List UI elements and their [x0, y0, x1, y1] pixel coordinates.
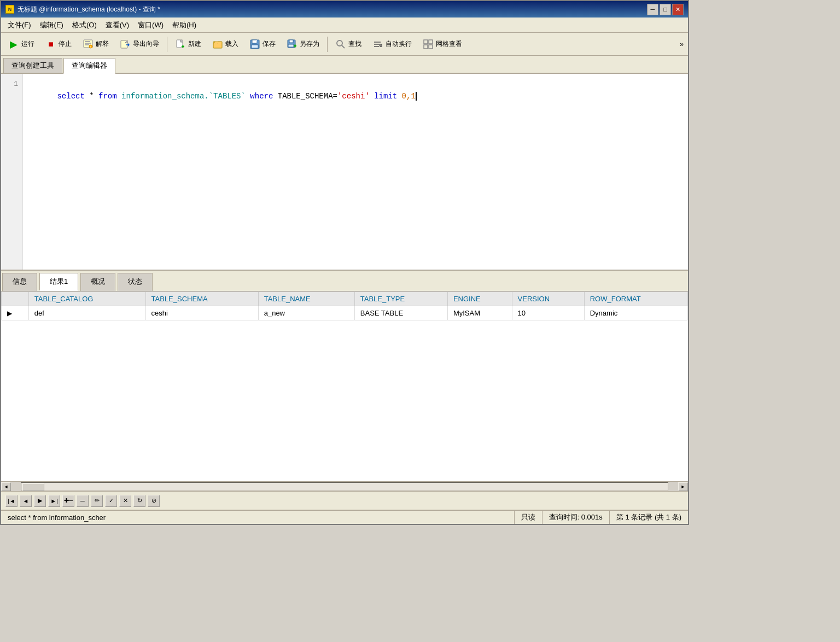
find-icon	[335, 39, 346, 50]
status-query-time: 查询时间: 0.001s	[542, 511, 610, 524]
nav-refresh-button[interactable]: ↻	[133, 495, 145, 507]
text-cursor	[416, 92, 417, 101]
autowrap-label: 自动换行	[386, 39, 412, 49]
titlebar-left: N 无标题 @information_schema (localhost) - …	[5, 5, 160, 14]
col-header-table-schema[interactable]: TABLE_SCHEMA	[145, 292, 258, 306]
tab-overview[interactable]: 概况	[80, 273, 115, 291]
window-title: 无标题 @information_schema (localhost) - 查询…	[18, 5, 160, 14]
scroll-right-arrow[interactable]: ►	[678, 482, 688, 491]
save-button[interactable]: 保存	[244, 36, 281, 53]
col-header-version[interactable]: VERSION	[512, 292, 584, 306]
svg-rect-22	[288, 44, 294, 47]
explain-icon: !	[83, 39, 94, 50]
toolbar: ▶ 运行 ■ 停止 ! 解释 导出向导 新建	[1, 33, 688, 56]
col-header-table-type[interactable]: TABLE_TYPE	[354, 292, 447, 306]
toolbar-more[interactable]: »	[678, 39, 686, 49]
svg-rect-2	[85, 43, 91, 44]
scroll-left-arrow[interactable]: ◄	[1, 482, 11, 491]
sql-select-keyword: select	[57, 92, 84, 101]
menu-edit[interactable]: 编辑(E)	[36, 19, 68, 32]
cell-version: 10	[512, 306, 584, 320]
load-button[interactable]: 载入	[207, 36, 243, 53]
nav-check-button[interactable]: ✓	[105, 495, 117, 507]
main-window: N 无标题 @information_schema (localhost) - …	[0, 0, 689, 525]
editor-area: 1 select * from information_schema.`TABL…	[1, 74, 688, 271]
run-label: 运行	[21, 39, 34, 49]
nav-cancel-button[interactable]: ✕	[119, 495, 131, 507]
stop-button[interactable]: ■ 停止	[40, 36, 77, 53]
cell-row-format: Dynamic	[584, 306, 687, 320]
result-table: TABLE_CATALOG TABLE_SCHEMA TABLE_NAME TA…	[1, 291, 688, 320]
sql-space	[117, 92, 121, 101]
save-label: 保存	[262, 39, 276, 49]
export-wizard-button[interactable]: 导出向导	[115, 36, 164, 53]
autowrap-button[interactable]: 自动换行	[368, 36, 417, 53]
stop-icon: ■	[45, 39, 56, 50]
explain-button[interactable]: ! 解释	[78, 36, 114, 53]
data-table-wrapper: TABLE_CATALOG TABLE_SCHEMA TABLE_NAME TA…	[1, 291, 688, 481]
menu-window[interactable]: 窗口(W)	[133, 19, 168, 32]
close-button[interactable]: ✕	[672, 4, 684, 15]
nav-play-button[interactable]: ▶	[34, 495, 46, 507]
tab-query-builder[interactable]: 查询创建工具	[3, 58, 62, 73]
app-icon: N	[5, 5, 14, 14]
cell-table-type: BASE TABLE	[354, 306, 447, 320]
statusbar: select * from information_scher 只读 查询时间:…	[1, 510, 688, 524]
nav-prev-button[interactable]: ◄	[20, 495, 32, 507]
scrollbar-thumb[interactable]	[22, 483, 44, 491]
col-header-engine[interactable]: ENGINE	[447, 292, 512, 306]
menubar: 文件(F) 编辑(E) 格式(O) 查看(V) 窗口(W) 帮助(H)	[1, 17, 688, 33]
sql-space4	[370, 92, 374, 101]
result-tabs: 信息 结果1 概况 状态	[1, 271, 688, 291]
stop-label: 停止	[59, 39, 72, 49]
cell-table-name: a_new	[258, 306, 354, 320]
cell-table-schema: ceshi	[145, 306, 258, 320]
svg-rect-19	[252, 45, 258, 48]
svg-rect-3	[85, 44, 89, 45]
menu-file[interactable]: 文件(F)	[3, 19, 36, 32]
tab-status[interactable]: 状态	[118, 273, 153, 291]
new-button[interactable]: 新建	[170, 36, 206, 53]
svg-marker-9	[128, 43, 130, 46]
export-wizard-label: 导出向导	[133, 39, 159, 49]
scrollbar-track[interactable]	[21, 482, 668, 491]
gridview-button[interactable]: 网格查看	[418, 36, 467, 53]
saveas-label: 另存为	[300, 39, 319, 49]
sql-editor[interactable]: select * from information_schema.`TABLES…	[23, 74, 688, 270]
sql-from-keyword: from	[98, 92, 117, 101]
menu-view[interactable]: 查看(V)	[101, 19, 133, 32]
tab-info[interactable]: 信息	[2, 273, 37, 291]
minimize-button[interactable]: ─	[647, 4, 658, 15]
menu-help[interactable]: 帮助(H)	[168, 19, 201, 32]
table-row[interactable]: ▶ def ceshi a_new BASE TABLE MyISAM 10 D…	[2, 306, 688, 320]
nav-add-button[interactable]: ✚─	[62, 495, 74, 507]
export-icon	[120, 39, 131, 50]
status-query-text: select * from information_scher	[1, 511, 515, 524]
window-controls: ─ □ ✕	[647, 4, 684, 15]
sql-string-val: 'ceshi'	[337, 92, 370, 101]
cell-table-catalog: def	[28, 306, 145, 320]
col-header-table-catalog[interactable]: TABLE_CATALOG	[28, 292, 145, 306]
col-header-row-format[interactable]: ROW_FORMAT	[584, 292, 687, 306]
col-header-table-name[interactable]: TABLE_NAME	[258, 292, 354, 306]
explain-label: 解释	[96, 39, 109, 49]
query-tabs: 查询创建工具 查询编辑器	[1, 56, 688, 74]
run-button[interactable]: ▶ 运行	[3, 36, 39, 53]
nav-delete-button[interactable]: ─	[77, 495, 89, 507]
svg-text:!: !	[90, 45, 91, 49]
tab-result1[interactable]: 结果1	[39, 273, 78, 291]
tab-query-editor[interactable]: 查询编辑器	[63, 58, 115, 74]
line-number-1: 1	[1, 78, 22, 90]
nav-first-button[interactable]: |◄	[5, 495, 18, 507]
menu-format[interactable]: 格式(O)	[68, 19, 101, 32]
separator-2	[327, 37, 328, 52]
sql-condition: TABLE_SCHEMA=	[278, 92, 337, 101]
horizontal-scrollbar: ◄ ►	[1, 481, 688, 491]
maximize-button[interactable]: □	[660, 4, 671, 15]
nav-last-button[interactable]: ►|	[48, 495, 60, 507]
new-label: 新建	[188, 39, 201, 49]
nav-edit-button[interactable]: ✏	[91, 495, 103, 507]
nav-clear-button[interactable]: ⊘	[148, 495, 160, 507]
find-button[interactable]: 查找	[330, 36, 366, 53]
saveas-button[interactable]: 另存为	[282, 36, 324, 53]
